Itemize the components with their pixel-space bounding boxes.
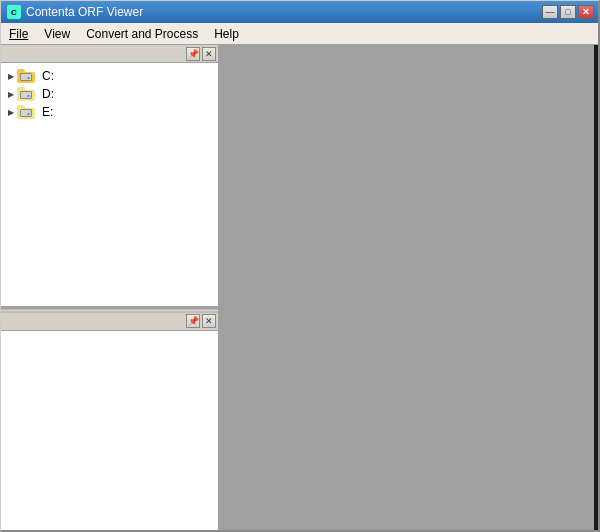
bottom-panel-inner [1,331,218,530]
file-tree-inner[interactable]: ▶ C: ▶ [1,63,218,306]
minimize-button[interactable]: — [542,5,558,19]
pin-button-top[interactable]: 📌 [186,47,200,61]
black-strip [594,45,598,530]
main-window: C Contenta ORF Viewer — □ ✕ File View Co… [0,0,600,532]
close-panel-top-button[interactable]: ✕ [202,47,216,61]
tree-arrow-d: ▶ [5,88,17,100]
title-bar-left: C Contenta ORF Viewer [7,5,143,19]
menu-help[interactable]: Help [206,23,247,44]
tree-arrow-e: ▶ [5,106,17,118]
preview-panel [219,45,598,530]
main-content: 📌 ✕ ▶ [1,45,598,530]
close-button[interactable]: ✕ [578,5,594,19]
app-icon: C [7,5,21,19]
tree-item-e[interactable]: ▶ E: [3,103,216,121]
left-panel: 📌 ✕ ▶ [1,45,219,530]
file-tree-panel: 📌 ✕ ▶ [1,45,218,309]
tree-item-d[interactable]: ▶ D: [3,85,216,103]
drive-c-label: C: [42,69,54,83]
restore-button[interactable]: □ [560,5,576,19]
drive-icon-e [17,104,39,120]
menu-view[interactable]: View [36,23,78,44]
close-panel-bottom-button[interactable]: ✕ [202,314,216,328]
drive-icon-c [17,68,39,84]
menu-convert-and-process[interactable]: Convert and Process [78,23,206,44]
tree-arrow-c: ▶ [5,70,17,82]
drive-d-label: D: [42,87,54,101]
menu-bar: File View Convert and Process Help [1,23,598,45]
preview-area [219,45,598,530]
drive-e-label: E: [42,105,53,119]
pin-button-bottom[interactable]: 📌 [186,314,200,328]
bottom-panel-toolbar: 📌 ✕ [1,313,218,331]
title-buttons: — □ ✕ [542,5,594,19]
bottom-panel: 📌 ✕ [1,313,218,530]
title-bar: C Contenta ORF Viewer — □ ✕ [1,1,598,23]
window-title: Contenta ORF Viewer [26,5,143,19]
menu-file[interactable]: File [1,23,36,44]
top-panel-toolbar: 📌 ✕ [1,45,218,63]
drive-icon-d [17,86,39,102]
tree-item-c[interactable]: ▶ C: [3,67,216,85]
